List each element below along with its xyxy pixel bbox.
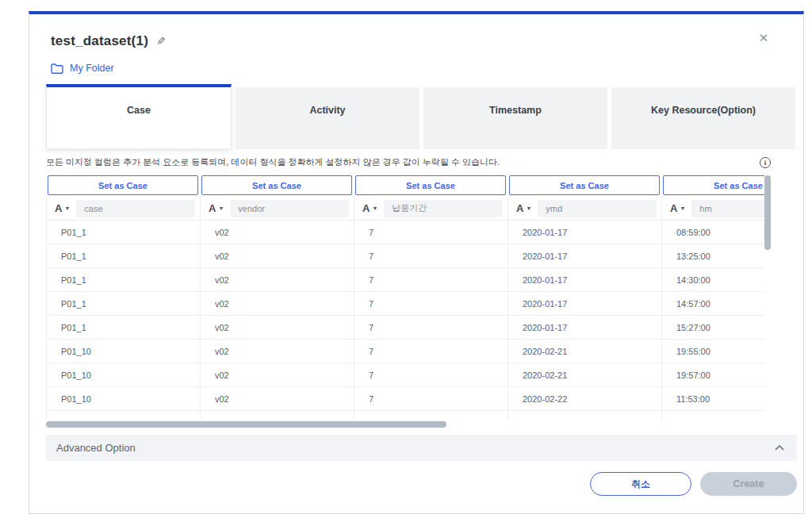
- cell: 2020-01-17: [508, 316, 661, 340]
- cell: 15:27:00: [661, 316, 764, 340]
- cell: 7: [354, 268, 508, 292]
- create-button[interactable]: Create: [700, 472, 797, 496]
- cell: 7: [354, 363, 508, 387]
- cell: v02: [200, 292, 354, 316]
- set-as-case-row: Set as Case Set as Case Set as Case Set …: [46, 175, 764, 197]
- cell: 2020-02-21: [508, 340, 661, 363]
- chevron-down-icon: ▼: [372, 205, 377, 211]
- set-as-case-button-col-5[interactable]: Set as Case: [663, 175, 764, 195]
- title-row: test_dataset(1) ✎: [51, 33, 795, 49]
- close-icon[interactable]: ✕: [756, 30, 772, 46]
- edit-pencil-icon[interactable]: ✎: [156, 35, 166, 48]
- cell: 19:55:00: [661, 340, 764, 363]
- cell: 2020-01-17: [508, 292, 661, 316]
- cell: P01_10: [46, 387, 200, 411]
- page-title: test_dataset(1): [51, 33, 148, 49]
- table-row: P01_1 v02 7 2020-01-17 14:30:00: [46, 268, 764, 292]
- cell: P01_1: [46, 221, 200, 244]
- tab-activity[interactable]: Activity: [236, 84, 419, 149]
- column-type-dropdown[interactable]: A▼: [209, 202, 224, 214]
- column-name-field[interactable]: ymd: [538, 200, 657, 217]
- column-type-dropdown[interactable]: A▼: [55, 202, 70, 214]
- cancel-button[interactable]: 취소: [590, 472, 691, 496]
- cell: 08:59:00: [661, 221, 764, 244]
- cell: 2020-01-17: [508, 268, 661, 292]
- cell: v02: [200, 316, 354, 340]
- column-name-field[interactable]: hm: [691, 200, 764, 217]
- column-name-field[interactable]: 납품기간: [384, 200, 503, 217]
- cell: 7: [354, 387, 508, 411]
- table-row-partial: [46, 411, 764, 420]
- column-header-row: A▼ case A▼ vendor A▼ 납품기간 A▼ ymd: [46, 197, 764, 221]
- info-icon[interactable]: i: [760, 157, 771, 168]
- horizontal-scrollbar-thumb[interactable]: [46, 421, 446, 428]
- table-row: P01_1 v02 7 2020-01-17 08:59:00: [46, 221, 764, 244]
- column-name-field[interactable]: case: [76, 200, 195, 217]
- cell: 19:57:00: [661, 363, 764, 387]
- tab-key-resource[interactable]: Key Resource(Option): [611, 84, 795, 149]
- description-text: 모든 미지정 컬럼은 추가 분석 요소로 등록되며, 데이터 형식을 정확하게 …: [46, 156, 500, 168]
- chevron-down-icon: ▼: [218, 205, 224, 211]
- data-preview-table: Set as Case Set as Case Set as Case Set …: [46, 175, 771, 429]
- breadcrumb[interactable]: My Folder: [51, 63, 795, 74]
- table-row: P01_1 v02 7 2020-01-17 15:27:00: [46, 316, 764, 340]
- cell: 2020-02-21: [508, 363, 661, 387]
- cell: 7: [354, 244, 508, 268]
- table-scroll-area: Set as Case Set as Case Set as Case Set …: [46, 175, 764, 429]
- chevron-down-icon: ▼: [526, 205, 531, 211]
- column-type-dropdown[interactable]: A▼: [670, 202, 685, 214]
- tab-case[interactable]: Case: [46, 84, 232, 149]
- breadcrumb-label: My Folder: [70, 63, 114, 74]
- cell: P01_1: [46, 316, 200, 340]
- set-as-case-button-col-1[interactable]: Set as Case: [48, 175, 198, 195]
- set-as-case-button-col-4[interactable]: Set as Case: [509, 175, 660, 195]
- set-as-case-button-col-3[interactable]: Set as Case: [355, 175, 506, 195]
- set-as-case-button-col-2[interactable]: Set as Case: [201, 175, 352, 195]
- description-row: 모든 미지정 컬럼은 추가 분석 요소로 등록되며, 데이터 형식을 정확하게 …: [46, 156, 771, 168]
- table-row: P01_10 v02 7 2020-02-21 19:55:00: [46, 340, 764, 363]
- cell: P01_1: [46, 292, 200, 316]
- cell: 2020-01-17: [508, 221, 661, 244]
- create-dataset-modal: ✕ test_dataset(1) ✎ My Folder Case Activ…: [29, 11, 804, 514]
- cell: v02: [200, 363, 354, 387]
- cell: 2020-02-22: [508, 387, 661, 411]
- tab-bar: Case Activity Timestamp Key Resource(Opt…: [46, 84, 795, 149]
- tab-timestamp[interactable]: Timestamp: [423, 84, 607, 149]
- cell: 7: [354, 221, 508, 244]
- table-row: P01_1 v02 7 2020-01-17 13:25:00: [46, 244, 764, 268]
- cell: P01_1: [46, 244, 200, 268]
- cell: v02: [200, 221, 354, 244]
- column-name-field[interactable]: vendor: [230, 200, 349, 217]
- cell: 11:53:00: [661, 387, 764, 411]
- table-row: P01_10 v02 7 2020-02-22 11:53:00: [46, 387, 764, 411]
- footer-actions: 취소 Create: [46, 472, 797, 496]
- column-type-dropdown[interactable]: A▼: [362, 202, 377, 214]
- table-row: P01_1 v02 7 2020-01-17 14:57:00: [46, 292, 764, 316]
- cell: 7: [354, 316, 508, 340]
- cell: P01_1: [46, 268, 200, 292]
- cell: v02: [200, 340, 354, 363]
- column-type-dropdown[interactable]: A▼: [516, 202, 531, 214]
- cell: P01_10: [46, 363, 200, 387]
- horizontal-scrollbar[interactable]: [46, 421, 764, 429]
- table-row: P01_10 v02 7 2020-02-21 19:57:00: [46, 363, 764, 387]
- folder-icon: [51, 63, 63, 74]
- cell: 14:30:00: [661, 268, 764, 292]
- cell: v02: [200, 244, 354, 268]
- vertical-scrollbar-thumb[interactable]: [764, 175, 771, 250]
- cell: 14:57:00: [661, 292, 764, 316]
- cell: v02: [200, 387, 354, 411]
- advanced-option-toggle[interactable]: Advanced Option: [46, 435, 797, 461]
- cell: 13:25:00: [661, 244, 764, 268]
- cell: v02: [200, 268, 354, 292]
- cell: P01_10: [46, 340, 200, 363]
- chevron-down-icon: ▼: [680, 205, 685, 211]
- chevron-up-icon: [775, 445, 784, 451]
- advanced-option-label: Advanced Option: [56, 442, 136, 454]
- chevron-down-icon: ▼: [64, 205, 70, 211]
- cell: 7: [354, 340, 508, 363]
- cell: 7: [354, 292, 508, 316]
- cell: 2020-01-17: [508, 244, 661, 268]
